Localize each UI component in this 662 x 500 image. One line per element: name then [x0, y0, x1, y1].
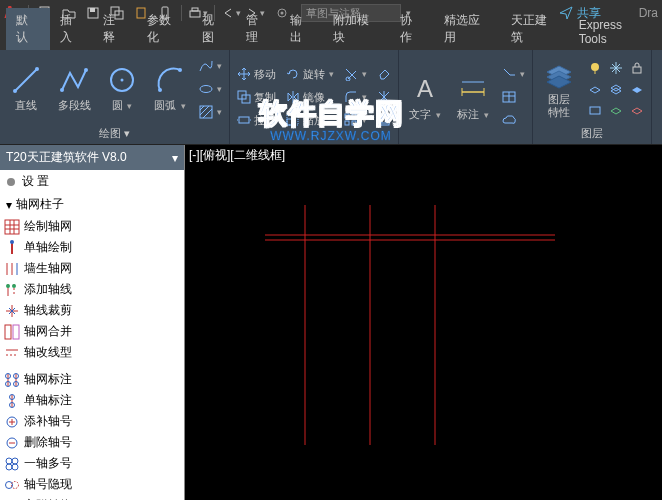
line-label: 直线: [15, 98, 37, 113]
layer-tool-6[interactable]: [627, 100, 647, 120]
panel-menu-icon[interactable]: ▾: [172, 151, 178, 165]
panel-item-trim-axis[interactable]: 轴线裁剪: [0, 300, 184, 321]
panel-item-main-aux[interactable]: 主附转换: [0, 495, 184, 500]
tab-manage[interactable]: 管理: [236, 8, 280, 50]
explode-tool[interactable]: [374, 86, 394, 108]
tab-collab[interactable]: 协作: [390, 8, 434, 50]
svg-point-56: [10, 240, 14, 244]
panel-item-wall-to-grid[interactable]: 墙生轴网: [0, 258, 184, 279]
text-tool[interactable]: A 文字 ▾: [403, 61, 447, 133]
rotate-tool[interactable]: 旋转▾: [283, 63, 337, 85]
panel-title: T20天正建筑软件 V8.0: [6, 149, 127, 166]
tab-tangent[interactable]: 天正建筑: [501, 8, 568, 50]
ribbon-group-layers: 图层 特性 图层: [533, 50, 652, 144]
panel-item-merge-grid[interactable]: 轴网合并: [0, 321, 184, 342]
leader-tool[interactable]: ▾: [499, 63, 528, 85]
layer-tool-2[interactable]: [606, 79, 626, 99]
hatch-tool[interactable]: ▾: [196, 101, 225, 123]
cloud-tool[interactable]: [499, 109, 528, 131]
svg-rect-27: [239, 117, 249, 123]
ribbon: 直线 多段线 圆 ▾ 圆弧 ▾ ▾ ▾ ▾ 绘图 ▾: [0, 50, 662, 145]
panel-item-multi-number[interactable]: 一轴多号: [0, 453, 184, 474]
panel-item-delete-number[interactable]: 删除轴号: [0, 432, 184, 453]
dimension-tool[interactable]: 标注 ▾: [451, 61, 495, 133]
panel-item-hide-number[interactable]: 轴号隐现: [0, 474, 184, 495]
tab-annotate[interactable]: 注释: [93, 8, 137, 50]
svg-point-17: [121, 79, 124, 82]
svg-point-20: [200, 85, 212, 92]
layer-tool-1[interactable]: [585, 79, 605, 99]
panel-settings-label: 设 置: [22, 173, 49, 190]
layer-tool-3[interactable]: [627, 79, 647, 99]
tab-addons[interactable]: 附加模块: [323, 8, 390, 50]
trim-tool[interactable]: ▾: [341, 63, 370, 85]
erase-tool[interactable]: [374, 63, 394, 85]
svg-rect-31: [345, 114, 349, 118]
ribbon-group-draw: 直线 多段线 圆 ▾ 圆弧 ▾ ▾ ▾ ▾ 绘图 ▾: [0, 50, 230, 144]
svg-rect-66: [5, 325, 11, 339]
move-tool[interactable]: 移动: [234, 63, 279, 85]
panel-settings-row[interactable]: 设 置: [0, 170, 184, 193]
arc-label: 圆弧: [154, 99, 176, 111]
panel-item-single-axis[interactable]: 单轴绘制: [0, 237, 184, 258]
tab-default[interactable]: 默认: [6, 8, 50, 50]
ribbon-tabs: 默认 插入 注释 参数化 视图 管理 输出 附加模块 协作 精选应用 天正建筑 …: [0, 26, 662, 50]
tab-express[interactable]: Express Tools: [569, 14, 662, 50]
panel-item-add-number[interactable]: 添补轴号: [0, 411, 184, 432]
collapse-icon: ▾: [6, 198, 12, 212]
svg-point-87: [12, 464, 18, 470]
svg-rect-32: [352, 114, 356, 118]
tab-featured[interactable]: 精选应用: [434, 8, 501, 50]
table-tool[interactable]: [499, 86, 528, 108]
spline-tool[interactable]: ▾: [196, 55, 225, 77]
svg-point-15: [84, 68, 88, 72]
stretch-tool[interactable]: 拉伸: [234, 109, 279, 131]
tab-parametric[interactable]: 参数化: [137, 8, 192, 50]
layer-tools-grid: [585, 58, 647, 120]
layer-tool-5[interactable]: [606, 100, 626, 120]
panel-item-list: 绘制轴网 单轴绘制 墙生轴网 添加轴线 轴线裁剪 轴网合并 轴改线型 轴网标注 …: [0, 216, 184, 500]
svg-text:A: A: [417, 75, 433, 102]
svg-point-19: [178, 68, 182, 72]
offset-tool[interactable]: [374, 109, 394, 131]
layer-lock-icon[interactable]: [627, 58, 647, 78]
svg-point-49: [7, 178, 15, 186]
mirror-tool[interactable]: 镜像: [283, 86, 337, 108]
panel-item-change-linetype[interactable]: 轴改线型: [0, 342, 184, 363]
svg-point-18: [158, 88, 162, 92]
svg-line-22: [200, 106, 204, 110]
draw-group-label: 绘图 ▾: [4, 125, 225, 142]
tab-insert[interactable]: 插入: [50, 8, 94, 50]
layers-group-label: 图层: [537, 125, 647, 142]
svg-point-12: [13, 89, 17, 93]
panel-item-add-axis[interactable]: 添加轴线: [0, 279, 184, 300]
array-tool[interactable]: ▾: [341, 109, 370, 131]
copy-icon: [237, 90, 251, 104]
tab-output[interactable]: 输出: [280, 8, 324, 50]
scale-tool[interactable]: 缩放: [283, 109, 337, 131]
side-panel: T20天正建筑软件 V8.0 ▾ 设 置 ▾ 轴网柱子 绘制轴网 单轴绘制 墙生…: [0, 145, 185, 500]
ribbon-group-annotation: A 文字 ▾ 标注 ▾ ▾: [399, 50, 533, 144]
arc-tool[interactable]: 圆弧 ▾: [148, 53, 192, 125]
copy-tool[interactable]: 复制: [234, 86, 279, 108]
tab-view[interactable]: 视图: [192, 8, 236, 50]
layer-on-icon[interactable]: [585, 58, 605, 78]
panel-category[interactable]: ▾ 轴网柱子: [0, 193, 184, 216]
svg-rect-50: [5, 220, 19, 234]
layer-tool-4[interactable]: [585, 100, 605, 120]
panel-item-single-dim[interactable]: 单轴标注: [0, 390, 184, 411]
circle-tool[interactable]: 圆 ▾: [100, 53, 144, 125]
panel-item-grid-dim[interactable]: 轴网标注: [0, 369, 184, 390]
stretch-icon: [237, 113, 251, 127]
polyline-tool[interactable]: 多段线: [52, 53, 96, 125]
ellipse-tool[interactable]: ▾: [196, 78, 225, 100]
viewport-label[interactable]: [-][俯视][二维线框]: [189, 147, 285, 164]
line-tool[interactable]: 直线: [4, 53, 48, 125]
layer-freeze-icon[interactable]: [606, 58, 626, 78]
drawing-canvas[interactable]: [-][俯视][二维线框]: [185, 145, 662, 500]
panel-item-draw-grid[interactable]: 绘制轴网: [0, 216, 184, 237]
layer-properties-tool[interactable]: 图层 特性: [537, 53, 581, 125]
rotate-icon: [286, 67, 300, 81]
svg-rect-36: [381, 117, 387, 123]
fillet-tool[interactable]: ▾: [341, 86, 370, 108]
